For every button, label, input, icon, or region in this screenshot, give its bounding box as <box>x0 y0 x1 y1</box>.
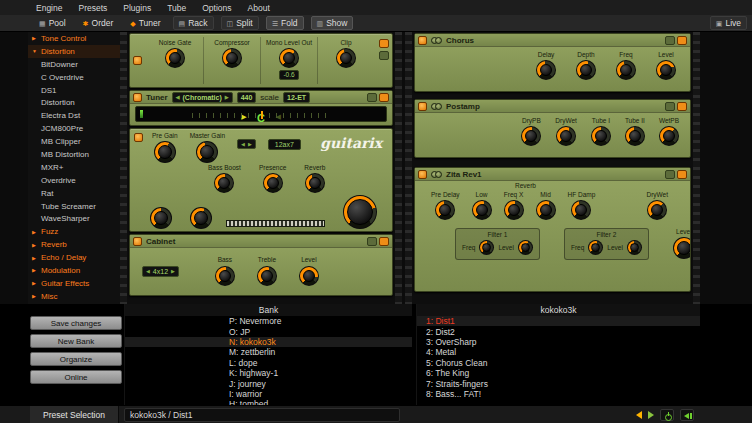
split-button[interactable]: ◫ Split <box>221 16 259 30</box>
chorus-depth-knob[interactable] <box>576 60 596 80</box>
power-button[interactable] <box>133 56 142 65</box>
bank-row[interactable]: I: warrior <box>125 389 412 399</box>
postamp-drywet-knob[interactable] <box>556 126 576 146</box>
sidebar-plugin-tube-screamer[interactable]: Tube Screamer <box>28 200 120 213</box>
drive-knob[interactable] <box>190 207 212 229</box>
move-right-icon[interactable] <box>648 411 654 419</box>
fold-unit-button[interactable] <box>665 102 675 111</box>
organize-button[interactable]: Organize <box>30 352 122 366</box>
tube-selector[interactable]: ◀ ▶ <box>237 139 256 149</box>
cab-bass-knob[interactable] <box>215 266 235 286</box>
zita-drywet-knob[interactable] <box>647 200 667 220</box>
sidebar-category-modulation[interactable]: ▶ Modulation <box>28 264 120 277</box>
sidebar-plugin-mxr[interactable]: MXR+ <box>28 161 120 174</box>
menu-presets[interactable]: Presets <box>78 3 107 13</box>
power-button[interactable] <box>418 36 427 45</box>
fold-unit-button[interactable] <box>367 237 377 246</box>
preset-row[interactable]: 5: Chorus Clean <box>417 358 700 368</box>
filter2-level-knob[interactable] <box>627 240 642 255</box>
fold-unit-button[interactable] <box>379 51 389 60</box>
preset-row[interactable]: 2: Dist2 <box>417 326 700 336</box>
tuner-temperament-select[interactable]: 12-ET <box>283 92 310 103</box>
sidebar-plugin-bitdowner[interactable]: BitDowner <box>28 58 120 71</box>
pre-gain-knob[interactable] <box>154 141 176 163</box>
bank-row[interactable]: K: highway-1 <box>125 368 412 378</box>
bank-row[interactable]: P: Nevermore <box>125 316 412 326</box>
tuner-ref-pitch[interactable]: 440 <box>237 92 257 103</box>
sidebar-plugin-overdrive[interactable]: Overdrive <box>28 174 120 187</box>
zita-level-knob[interactable] <box>673 237 691 259</box>
sidebar-plugin-jcm800pre[interactable]: JCM800Pre <box>28 122 120 135</box>
current-preset-field[interactable]: kokoko3k / Dist1 <box>124 408 400 422</box>
cab-treble-knob[interactable] <box>257 266 277 286</box>
zita-low-knob[interactable] <box>472 200 492 220</box>
preset-row[interactable]: 8: Bass... FAT! <box>417 389 700 399</box>
mono-level-out-knob[interactable] <box>279 48 299 68</box>
sidebar-category-distortion[interactable]: ▼ Distortion <box>28 45 120 58</box>
sidebar-plugin-mb-clipper[interactable]: MB Clipper <box>28 135 120 148</box>
preset-row[interactable]: 4: Metal <box>417 347 700 357</box>
sidebar-category-guitar-effects[interactable]: ▶ Guitar Effects <box>28 277 120 290</box>
sidebar-category-reverb[interactable]: ▶ Reverb <box>28 238 120 251</box>
show-button[interactable]: ▥ Show <box>311 16 354 30</box>
power-icon[interactable] <box>660 409 674 421</box>
preset-row[interactable]: 6: The King <box>417 368 700 378</box>
remove-unit-button[interactable] <box>379 237 389 246</box>
power-button[interactable] <box>418 170 427 179</box>
power-button[interactable] <box>133 93 142 102</box>
pool-button[interactable]: ▦ Pool <box>34 17 71 29</box>
noise-gate-knob[interactable] <box>165 48 185 68</box>
menu-plugins[interactable]: Plugins <box>123 3 151 13</box>
clip-knob[interactable] <box>336 48 356 68</box>
sidebar-plugin-c-overdrive[interactable]: C Overdrive <box>28 71 120 84</box>
sidebar-category-echo-delay[interactable]: ▶ Echo / Delay <box>28 251 120 264</box>
filter1-freq-knob[interactable] <box>479 240 494 255</box>
menu-tube[interactable]: Tube <box>167 3 186 13</box>
sidebar-plugin-ds1[interactable]: DS1 <box>28 84 120 97</box>
bank-row[interactable]: M: zettberlin <box>125 347 412 357</box>
master-volume-knob[interactable] <box>343 195 377 229</box>
preset-row-selected[interactable]: 1: Dist1 <box>417 316 700 326</box>
fold-unit-button[interactable] <box>665 36 675 45</box>
zita-freqx-knob[interactable] <box>504 200 524 220</box>
rack-button[interactable]: ▤ Rack <box>173 16 214 30</box>
power-button[interactable] <box>133 237 142 246</box>
chorus-freq-knob[interactable] <box>616 60 636 80</box>
online-button[interactable]: Online <box>30 370 122 384</box>
tuner-mode-select[interactable]: ◀ (Chromatic) ▶ <box>172 92 233 103</box>
save-changes-button[interactable]: Save changes <box>30 316 122 330</box>
menu-about[interactable]: About <box>248 3 270 13</box>
new-bank-button[interactable]: New Bank <box>30 334 122 348</box>
tuner-toggle-button[interactable]: ◆ Tuner <box>125 17 165 29</box>
zita-predelay-knob[interactable] <box>435 200 455 220</box>
sidebar-category-fuzz[interactable]: ▶ Fuzz <box>28 225 120 238</box>
filter1-level-knob[interactable] <box>518 240 533 255</box>
preset-row[interactable]: 3: OverSharp <box>417 337 700 347</box>
postamp-wetpb-knob[interactable] <box>659 126 679 146</box>
sidebar-plugin-electra-dst[interactable]: Electra Dst <box>28 109 120 122</box>
power-button[interactable] <box>134 133 143 142</box>
bank-row-selected[interactable]: N: kokoko3k <box>125 337 412 347</box>
remove-unit-button[interactable] <box>379 39 389 48</box>
remove-unit-button[interactable] <box>677 102 687 111</box>
cabinet-model-select[interactable]: ◀ 4x12 ▶ <box>142 266 179 277</box>
menu-engine[interactable]: Engine <box>36 3 62 13</box>
fold-button[interactable]: ☰ Fold <box>266 16 304 30</box>
fold-unit-button[interactable] <box>665 170 675 179</box>
monitor-icon[interactable] <box>680 409 694 421</box>
sidebar-category-misc[interactable]: ▶ Misc <box>28 290 120 303</box>
fold-unit-button[interactable] <box>367 93 377 102</box>
bank-row[interactable]: J: journey <box>125 378 412 388</box>
sidebar-category-tone-control[interactable]: ▶ Tone Control <box>28 32 120 45</box>
remove-unit-button[interactable] <box>677 170 687 179</box>
postamp-drypb-knob[interactable] <box>521 126 541 146</box>
power-button[interactable] <box>418 102 427 111</box>
master-gain-knob[interactable] <box>196 141 218 163</box>
sidebar-plugin-rat[interactable]: Rat <box>28 187 120 200</box>
postamp-tube1-knob[interactable] <box>591 126 611 146</box>
menu-options[interactable]: Options <box>202 3 231 13</box>
clean-dist-knob[interactable] <box>150 207 172 229</box>
presence-knob[interactable] <box>263 173 283 193</box>
bass-boost-knob[interactable] <box>214 173 234 193</box>
sidebar-plugin-wavesharper[interactable]: WaveSharper <box>28 212 120 225</box>
